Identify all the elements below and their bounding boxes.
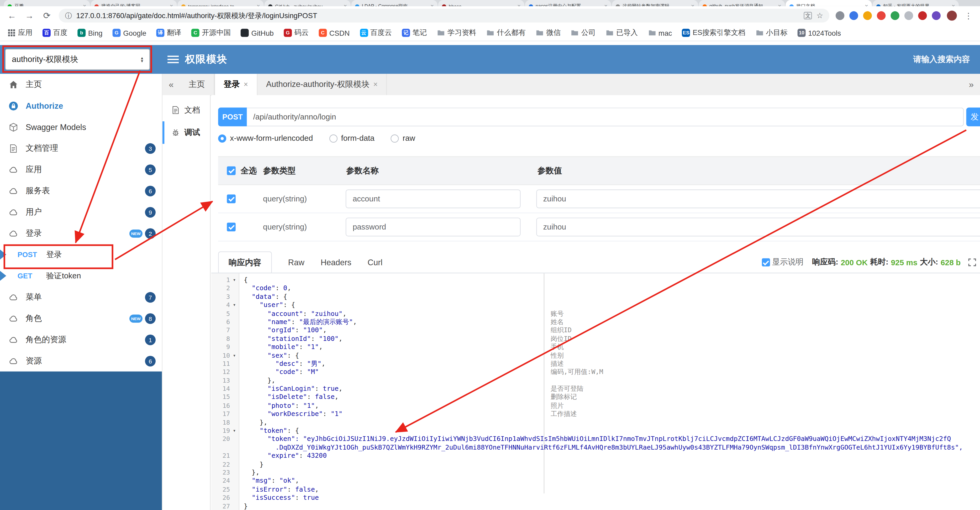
bookmark-item[interactable]: G码云 <box>284 28 309 38</box>
sidebar-api-POST-登录[interactable]: POST登录 <box>0 244 162 265</box>
response-tab-响应内容[interactable]: 响应内容 <box>218 251 272 273</box>
fold-icon[interactable]: ▾ <box>230 301 239 309</box>
browser-menu-icon[interactable]: ⋮ <box>963 11 974 21</box>
module-select[interactable]: authority-权限模块 ▴▾ <box>5 49 150 70</box>
fold-icon[interactable]: ▾ <box>230 351 239 360</box>
bookmark-item[interactable]: 101024Tools <box>798 29 841 37</box>
tabs-scroll-right-icon[interactable]: » <box>963 74 980 95</box>
sidebar-item-服务表[interactable]: 服务表6 <box>0 180 162 201</box>
request-url-input[interactable] <box>247 108 964 126</box>
param-name-input[interactable] <box>346 218 521 236</box>
bookmark-item[interactable]: 应用 <box>8 28 33 38</box>
bookmark-item[interactable]: 学习资料 <box>437 28 476 38</box>
sidebar-item-菜单[interactable]: 菜单7 <box>0 287 162 308</box>
bookmark-item[interactable]: CCSDN <box>319 29 350 37</box>
bookmark-item[interactable]: 云百度云 <box>360 28 392 38</box>
tab-close-icon[interactable]: × <box>170 3 173 6</box>
tab-close-icon[interactable]: × <box>257 3 260 6</box>
tab-close-icon[interactable]: × <box>865 3 868 6</box>
browser-tab[interactable]: hbase× <box>438 0 524 6</box>
sidebar-item-登录[interactable]: 登录NEW2 <box>0 223 162 244</box>
browser-tab[interactable]: 豆瓣× <box>4 0 90 6</box>
fold-icon[interactable]: ▾ <box>230 276 239 284</box>
send-button[interactable]: 发 <box>966 108 980 126</box>
row-checkbox[interactable] <box>227 223 235 231</box>
bookmark-star-icon[interactable]: ☆ <box>816 11 823 20</box>
sidebar-item-角色[interactable]: 角色NEW8 <box>0 308 162 329</box>
extension-icon[interactable] <box>932 11 941 20</box>
tab-close-icon[interactable]: × <box>373 80 378 89</box>
tab-close-icon[interactable]: × <box>691 3 694 6</box>
extension-icon[interactable] <box>918 11 927 20</box>
browser-tab[interactable]: temporary-interface-te…× <box>177 0 264 6</box>
content-type-radio-x-www-form-urlencoded[interactable]: x-www-form-urlencoded <box>218 134 313 143</box>
back-icon[interactable]: ← <box>6 11 18 21</box>
sidebar-item-资源[interactable]: 资源6 <box>0 350 162 371</box>
menu-toggle-icon[interactable] <box>167 56 179 63</box>
rail-item-文档[interactable]: 文档 <box>162 99 210 121</box>
tab-close-icon[interactable]: × <box>243 80 248 89</box>
bookmark-item[interactable]: 公司 <box>571 28 595 38</box>
bookmark-item[interactable]: 已导入 <box>606 28 638 38</box>
response-tab-Curl[interactable]: Curl <box>368 258 383 273</box>
browser-tab[interactable]: 这些网站参数加密逻辑…× <box>612 0 698 6</box>
response-editor[interactable]: 1▾{2 "code": 0,3 "data": {4▾ "user": {5 … <box>211 273 980 510</box>
sidebar-item-Authorize[interactable]: Authorize <box>0 95 162 116</box>
sidebar-api-GET-验证token[interactable]: GET验证token <box>0 265 162 287</box>
workspace-tab-登录[interactable]: 登录× <box>214 74 257 95</box>
param-value-input[interactable] <box>536 190 980 208</box>
sidebar-item-Swagger Models[interactable]: Swagger Models <box>0 116 162 138</box>
bookmark-item[interactable]: ESES搜索引擎文档 <box>682 28 745 38</box>
expand-icon[interactable] <box>968 258 976 266</box>
browser-tab[interactable]: 接口文档× <box>786 0 872 6</box>
sidebar-item-主页[interactable]: 主页 <box>0 74 162 95</box>
browser-tab[interactable]: 知乎 - 发现更大的世界× <box>872 0 959 6</box>
bookmark-item[interactable]: 小目标 <box>755 28 788 38</box>
response-tab-Headers[interactable]: Headers <box>321 258 352 273</box>
sidebar-item-角色的资源[interactable]: 角色的资源1 <box>0 329 162 350</box>
tab-close-icon[interactable]: × <box>344 3 347 6</box>
bookmark-item[interactable]: GitHub <box>241 29 274 37</box>
bookmark-item[interactable]: C开源中国 <box>191 28 231 38</box>
forward-icon[interactable]: → <box>24 11 35 21</box>
row-checkbox[interactable] <box>227 194 235 203</box>
param-value-input[interactable] <box>536 218 980 236</box>
bookmark-item[interactable]: GGoogle <box>113 29 146 37</box>
fold-icon[interactable]: ▾ <box>230 427 239 435</box>
bookmark-item[interactable]: 微信 <box>536 28 561 38</box>
tab-close-icon[interactable]: × <box>517 3 521 6</box>
sidebar-item-用户[interactable]: 用户9 <box>0 201 162 223</box>
extension-icon[interactable] <box>836 11 844 20</box>
browser-tab[interactable]: LDAP - Compose指南× <box>351 0 438 6</box>
tab-close-icon[interactable]: × <box>604 3 608 6</box>
bookmark-item[interactable]: mac <box>648 29 672 37</box>
bookmark-item[interactable]: 什么都有 <box>486 28 526 38</box>
tab-close-icon[interactable]: × <box>430 3 434 6</box>
bookmark-item[interactable]: 记笔记 <box>402 28 427 38</box>
bookmark-item[interactable]: 译翻译 <box>156 28 181 38</box>
response-tab-Raw[interactable]: Raw <box>288 258 304 273</box>
address-bar[interactable]: ⓘ 127.0.0.1:8760/api/gate/doc.html#/auth… <box>59 9 829 22</box>
workspace-tab-主页[interactable]: 主页 <box>180 74 214 95</box>
browser-tab[interactable]: 建造自己的-博客园× <box>91 0 177 6</box>
extension-icon[interactable] <box>891 11 899 20</box>
extension-icon[interactable] <box>849 11 858 20</box>
tab-close-icon[interactable]: × <box>83 3 86 6</box>
sidebar-item-应用[interactable]: 应用5 <box>0 159 162 180</box>
sidebar-item-文档管理[interactable]: 文档管理3 <box>0 138 162 159</box>
tab-close-icon[interactable]: × <box>951 3 955 6</box>
select-all-checkbox[interactable] <box>227 166 235 175</box>
content-type-radio-raw[interactable]: raw <box>391 134 415 143</box>
profile-avatar[interactable] <box>947 11 957 21</box>
translate-icon[interactable]: 文 <box>804 12 812 19</box>
header-search-input[interactable]: 请输入搜索内容 <box>913 45 970 74</box>
rail-item-调试[interactable]: 调试 <box>162 121 210 144</box>
content-type-radio-form-data[interactable]: form-data <box>329 134 374 143</box>
extension-icon[interactable] <box>904 11 913 20</box>
browser-tab[interactable]: nacos注册中心与配置…× <box>525 0 611 6</box>
browser-tab[interactable]: github_push发送消息通知× <box>698 0 785 6</box>
param-name-input[interactable] <box>346 190 521 208</box>
extension-icon[interactable] <box>877 11 886 20</box>
tab-close-icon[interactable]: × <box>778 3 781 6</box>
tabs-scroll-left-icon[interactable]: « <box>162 74 180 95</box>
